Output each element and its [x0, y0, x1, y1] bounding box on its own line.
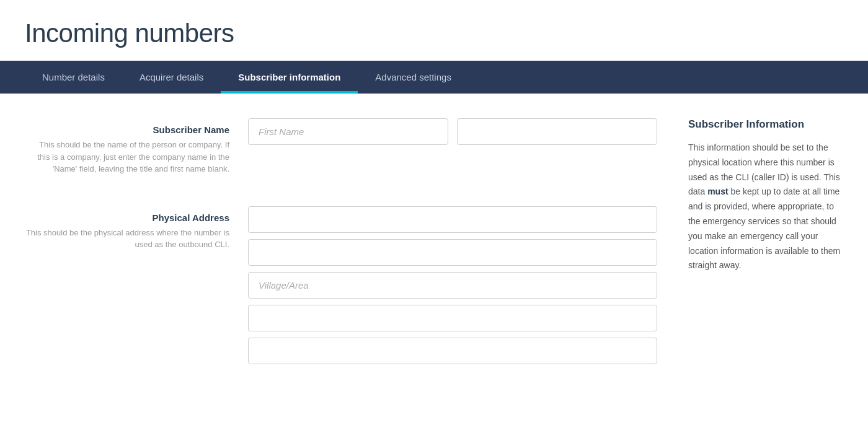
sidebar-info: Subscriber Information This information …	[657, 118, 843, 364]
page-title: Incoming numbers	[25, 19, 843, 48]
page-header: Incoming numbers	[0, 0, 868, 61]
physical-address-hint: This should be the physical address wher…	[25, 227, 248, 251]
physical-address-inputs: Unit 9, Winchester Place North Street Po…	[248, 206, 657, 364]
address-line3-input[interactable]	[248, 272, 657, 299]
physical-address-label: Physical Address	[25, 212, 248, 223]
sidebar-info-text: This information should be set to the ph…	[688, 141, 843, 273]
sidebar-info-title: Subscriber Information	[688, 118, 843, 131]
tab-subscriber-information[interactable]: Subscriber information	[221, 61, 358, 94]
first-name-input[interactable]	[248, 118, 448, 145]
address-town-input[interactable]: Poole	[248, 305, 657, 331]
subscriber-name-labels: Subscriber Name This should be the name …	[25, 118, 248, 175]
tab-acquirer-details[interactable]: Acquirer details	[122, 61, 221, 94]
tab-advanced-settings[interactable]: Advanced settings	[358, 61, 469, 94]
subscriber-name-label: Subscriber Name	[25, 125, 248, 135]
main-content: Subscriber Name This should be the name …	[0, 94, 868, 389]
subscriber-name-section: Subscriber Name This should be the name …	[25, 118, 657, 175]
name-row: Dial 9 Communications	[248, 118, 657, 145]
subscriber-name-inputs: Dial 9 Communications	[248, 118, 657, 170]
last-name-input[interactable]: Dial 9 Communications	[457, 118, 657, 145]
tab-number-details[interactable]: Number details	[25, 61, 122, 94]
physical-address-section: Physical Address This should be the phys…	[25, 206, 657, 364]
address-stack: Unit 9, Winchester Place North Street Po…	[248, 206, 657, 364]
address-postcode-input[interactable]: BH15 1NX	[248, 338, 657, 364]
address-line2-input[interactable]: North Street	[248, 239, 657, 266]
tab-navigation: Number details Acquirer details Subscrib…	[0, 61, 868, 94]
subscriber-name-hint: This should be the name of the person or…	[25, 139, 248, 175]
address-line1-input[interactable]: Unit 9, Winchester Place	[248, 206, 657, 233]
physical-address-labels: Physical Address This should be the phys…	[25, 206, 248, 251]
